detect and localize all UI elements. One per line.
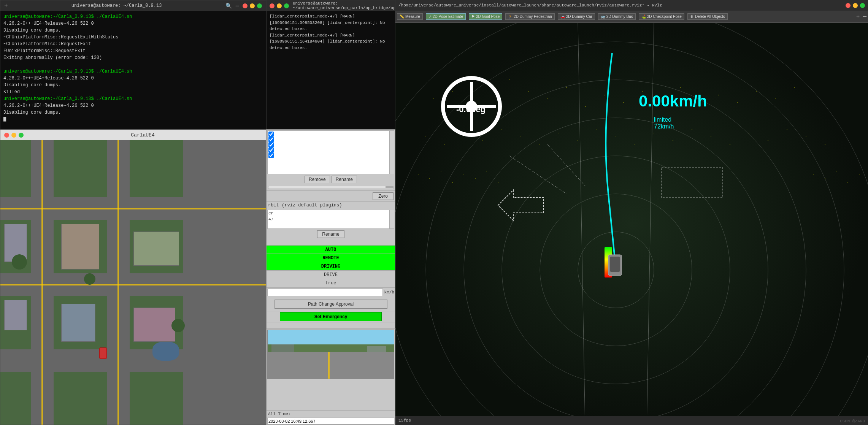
svg-point-13 — [680, 87, 681, 88]
sub-scrollbar[interactable] — [389, 210, 394, 228]
scroll-indicator-2[interactable] — [267, 239, 395, 246]
checkbox-item-1 — [268, 132, 393, 137]
svg-point-53 — [847, 182, 848, 183]
delete-all-objects-tool[interactable]: 🗑 Delete All Objects — [687, 13, 728, 20]
list-scrollbar[interactable] — [389, 131, 394, 174]
min-btn[interactable] — [250, 3, 255, 8]
term-line-10: Disabling core dumps. — [3, 82, 61, 88]
svg-point-17 — [756, 91, 757, 92]
terminal-titlebar-right: universe@autoware: ~/autoware_universe/o… — [267, 0, 395, 11]
rename-button-1[interactable]: Rename — [332, 176, 357, 183]
rviz-toolbar: 📏 Measure ↗ 2D Pose Estimate ⚑ 2D Goal P… — [395, 11, 868, 23]
set-emergency-button[interactable]: Set Emergency — [280, 312, 381, 321]
terminal-titlebar-left: + universe@autoware: ~/Carla_0.9.13 🔍 ⋯ — [0, 0, 266, 11]
remove-button[interactable]: Remove — [305, 176, 330, 183]
2d-dummy-pedestrian-tool[interactable]: 🚶 2D Dummy Pedestrian — [505, 13, 555, 20]
minus-tool-icon[interactable]: — — [863, 13, 866, 20]
delete-icon: 🗑 — [690, 14, 694, 19]
svg-point-16 — [737, 102, 738, 103]
speed-input[interactable] — [267, 289, 383, 296]
cb4[interactable] — [268, 147, 274, 153]
car-icon: 🚗 — [560, 14, 565, 19]
2d-dummy-bus-tool[interactable]: 🚌 2D Dummy Bus — [598, 13, 636, 20]
max-btn[interactable] — [257, 3, 262, 8]
cb3[interactable] — [268, 142, 274, 147]
cb5[interactable] — [268, 153, 274, 158]
svg-point-4 — [509, 79, 510, 80]
svg-point-40 — [806, 136, 806, 137]
svg-line-62 — [578, 23, 586, 425]
rviz-panel: Remove Rename Zero rbit (rviz_default_pl… — [266, 129, 395, 425]
section-label: rbit (rviz_default_plugins) — [267, 201, 395, 209]
status-true: True — [267, 279, 395, 287]
status-driving: DRIVING — [267, 262, 395, 271]
scroll-indicator-3[interactable] — [267, 322, 395, 329]
svg-point-8 — [585, 106, 586, 107]
term-line-4: ~CFUnixPlatformMisc::RequestExitWithStat… — [3, 35, 118, 40]
svg-point-47 — [475, 178, 476, 179]
trterm-max[interactable] — [284, 3, 289, 8]
2d-pose-estimate-tool[interactable]: ↗ 2D Pose Estimate — [426, 13, 466, 20]
cb2[interactable] — [268, 137, 274, 142]
2d-dummy-car-tool[interactable]: 🚗 2D Dummy Car — [558, 13, 595, 20]
rviz-max-btn[interactable] — [860, 3, 865, 8]
carla-max[interactable] — [19, 133, 24, 138]
scroll-handle[interactable] — [386, 186, 393, 188]
path-change-row: Path Change Approval — [267, 297, 395, 311]
svg-point-33 — [673, 140, 673, 141]
2d-goal-pose-tool[interactable]: ⚑ 2D Goal Pose — [469, 13, 502, 20]
trterm-close[interactable] — [270, 3, 275, 8]
new-tab-icon[interactable]: + — [4, 2, 8, 9]
svg-point-60 — [395, 42, 844, 425]
2d-checkpoint-pose-tool[interactable]: ⛳ 2D Checkpoint Pose — [639, 13, 684, 20]
svg-point-20 — [425, 136, 426, 137]
svg-point-1 — [452, 91, 453, 92]
svg-point-10 — [623, 102, 624, 103]
rename-row-2: Rename — [267, 230, 395, 239]
svg-point-44 — [441, 171, 441, 171]
display-list[interactable] — [267, 130, 394, 174]
svg-rect-68 — [610, 257, 620, 272]
cb1[interactable] — [268, 132, 274, 137]
all-time-row: All Time: — [267, 410, 395, 417]
close-btn[interactable] — [243, 3, 248, 8]
add-tool-icon[interactable]: + — [856, 13, 860, 20]
carla-close[interactable] — [4, 133, 9, 138]
search-icon[interactable]: 🔍 — [225, 3, 232, 9]
svg-point-30 — [616, 136, 616, 137]
terminal-title-left: universe@autoware: ~/Carla_0.9.13 — [8, 3, 225, 8]
svg-point-15 — [718, 95, 719, 95]
measure-tool[interactable]: 📏 Measure — [397, 13, 423, 20]
path-change-button[interactable]: Path Change Approval — [275, 300, 387, 309]
rename-button-2[interactable]: Rename — [317, 230, 344, 238]
svg-point-41 — [825, 144, 825, 145]
rviz-close-btn[interactable] — [846, 3, 851, 8]
zero-button[interactable]: Zero — [373, 192, 394, 200]
bus-icon: 🚌 — [601, 14, 605, 19]
sub-item: er — [268, 210, 394, 216]
svg-text:-0.0deg: -0.0deg — [456, 105, 486, 114]
checkbox-item-5 — [268, 153, 393, 158]
rviz-3d-view[interactable]: 0.00km/h limited 72km/h -0.0deg — [395, 23, 868, 425]
svg-point-31 — [635, 144, 635, 145]
term-line-1: universe@autoware:~/Carla_0.9.13$ ./Carl… — [3, 14, 132, 19]
horizontal-scrollbar[interactable] — [268, 186, 394, 189]
terminal-top-left: + universe@autoware: ~/Carla_0.9.13 🔍 ⋯ … — [0, 0, 266, 129]
more-icon[interactable]: ⋯ — [236, 3, 239, 9]
term-line-13: 4.26.2-0+++UE4+Release-4.26 522 0 — [3, 103, 94, 108]
rviz-min-btn[interactable] — [853, 3, 858, 8]
flag-icon: ⚑ — [471, 14, 475, 19]
carla-min[interactable] — [11, 133, 16, 138]
term-line-3: Disabling core dumps. — [3, 28, 61, 33]
time-row — [267, 417, 395, 425]
status-drive: DRIVE — [267, 271, 395, 279]
carla-map — [0, 140, 266, 425]
sub-display-list[interactable]: er 47 — [267, 210, 394, 229]
fps-display: 15fps — [398, 418, 411, 423]
term-line-2: 4.26.2-0+++UE4+Release-4.26 522 0 — [3, 21, 94, 26]
time-input[interactable] — [267, 418, 394, 425]
terminal-top-right: universe@autoware: ~/autoware_universe/o… — [266, 0, 395, 129]
trterm-min[interactable] — [277, 3, 282, 8]
svg-text:limited: limited — [654, 116, 671, 123]
status-remote: REMOTE — [267, 254, 395, 262]
